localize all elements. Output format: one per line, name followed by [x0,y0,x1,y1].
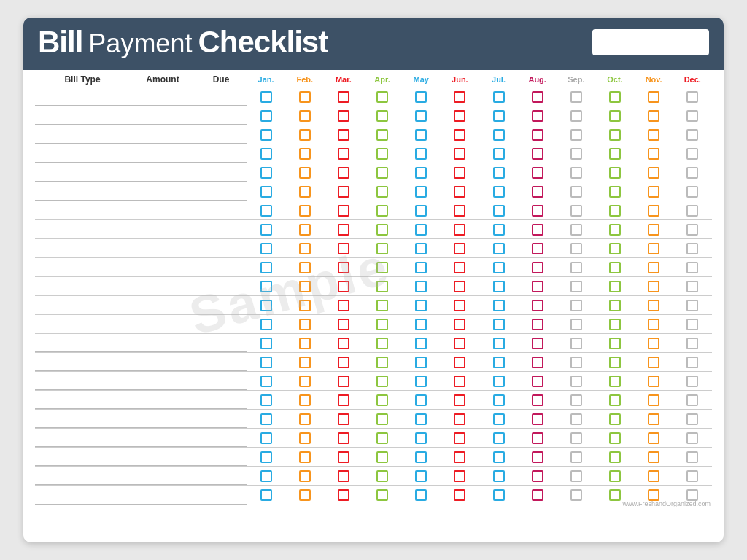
checkbox-jul[interactable] [493,186,505,198]
checkbox-aug[interactable] [532,319,543,330]
checkbox-jan[interactable] [260,205,272,217]
checkbox-jul[interactable] [493,394,505,406]
checkbox-apr[interactable] [376,413,388,425]
checkbox-jul[interactable] [493,338,505,349]
checkbox-apr[interactable] [376,186,388,198]
checkbox-mar[interactable] [338,376,349,387]
checkbox-jan[interactable] [260,357,272,368]
checkbox-apr[interactable] [376,129,388,141]
checkbox-mar[interactable] [338,451,349,463]
checkbox-jun[interactable] [454,205,465,217]
checkbox-oct[interactable] [609,224,621,236]
checkbox-mar[interactable] [338,319,349,330]
cell-due[interactable] [196,315,247,333]
checkbox-may[interactable] [415,129,427,141]
checkbox-jul[interactable] [493,413,505,425]
checkbox-sep[interactable] [570,432,582,444]
checkbox-jul[interactable] [493,148,505,160]
cell-bill-type[interactable] [35,239,130,257]
checkbox-jun[interactable] [454,394,465,406]
cell-amount[interactable] [130,220,196,238]
checkbox-jun[interactable] [454,186,465,198]
checkbox-jun[interactable] [454,281,465,292]
cell-bill-type[interactable] [35,144,130,163]
checkbox-feb[interactable] [299,432,311,444]
checkbox-mar[interactable] [338,148,349,160]
checkbox-mar[interactable] [338,110,349,122]
checkbox-feb[interactable] [299,338,311,349]
checkbox-nov[interactable] [648,224,659,236]
checkbox-jun[interactable] [454,319,465,330]
checkbox-may[interactable] [415,338,427,349]
cell-due[interactable] [196,486,247,505]
checkbox-jan[interactable] [260,489,272,501]
checkbox-jul[interactable] [493,129,505,141]
checkbox-oct[interactable] [609,300,621,311]
checkbox-apr[interactable] [376,167,388,179]
checkbox-may[interactable] [415,489,427,501]
cell-amount[interactable] [130,429,196,447]
cell-due[interactable] [196,106,247,125]
cell-amount[interactable] [130,182,196,201]
checkbox-may[interactable] [415,319,427,330]
checkbox-jun[interactable] [454,338,465,349]
cell-amount[interactable] [130,353,196,371]
checkbox-jan[interactable] [260,110,272,122]
checkbox-mar[interactable] [338,224,349,236]
checkbox-sep[interactable] [570,167,582,179]
checkbox-jan[interactable] [260,413,272,425]
checkbox-oct[interactable] [609,205,621,217]
checkbox-feb[interactable] [299,129,311,141]
checkbox-feb[interactable] [299,300,311,311]
checkbox-jan[interactable] [260,281,272,292]
checkbox-may[interactable] [415,224,427,236]
cell-bill-type[interactable] [35,372,130,390]
checkbox-dec[interactable] [686,451,698,463]
cell-amount[interactable] [130,88,196,106]
cell-amount[interactable] [130,239,196,257]
cell-bill-type[interactable] [35,296,130,314]
cell-due[interactable] [196,239,247,257]
checkbox-jan[interactable] [260,262,272,273]
cell-amount[interactable] [130,144,196,163]
checkbox-aug[interactable] [532,413,543,425]
checkbox-nov[interactable] [648,376,659,387]
checkbox-may[interactable] [415,470,427,482]
checkbox-jun[interactable] [454,413,465,425]
checkbox-mar[interactable] [338,167,349,179]
checkbox-apr[interactable] [376,224,388,236]
checkbox-sep[interactable] [570,224,582,236]
checkbox-oct[interactable] [609,243,621,254]
checkbox-nov[interactable] [648,394,659,406]
checkbox-feb[interactable] [299,148,311,160]
checkbox-mar[interactable] [338,205,349,217]
checkbox-sep[interactable] [570,470,582,482]
checkbox-apr[interactable] [376,338,388,349]
checkbox-jul[interactable] [493,357,505,368]
checkbox-jul[interactable] [493,376,505,387]
cell-due[interactable] [196,182,247,201]
cell-bill-type[interactable] [35,448,130,466]
checkbox-mar[interactable] [338,357,349,368]
checkbox-aug[interactable] [532,243,543,254]
checkbox-may[interactable] [415,451,427,463]
checkbox-aug[interactable] [532,129,543,141]
cell-due[interactable] [196,448,247,466]
checkbox-nov[interactable] [648,319,659,330]
checkbox-sep[interactable] [570,186,582,198]
checkbox-oct[interactable] [609,148,621,160]
checkbox-dec[interactable] [686,319,698,330]
checkbox-oct[interactable] [609,319,621,330]
cell-due[interactable] [196,296,247,314]
checkbox-jun[interactable] [454,262,465,273]
checkbox-jan[interactable] [260,394,272,406]
checkbox-feb[interactable] [299,205,311,217]
checkbox-jan[interactable] [260,129,272,141]
checkbox-dec[interactable] [686,300,698,311]
checkbox-may[interactable] [415,281,427,292]
cell-amount[interactable] [130,372,196,390]
header-input-box[interactable] [592,29,709,55]
cell-bill-type[interactable] [35,391,130,409]
checkbox-oct[interactable] [609,186,621,198]
checkbox-dec[interactable] [686,262,698,273]
